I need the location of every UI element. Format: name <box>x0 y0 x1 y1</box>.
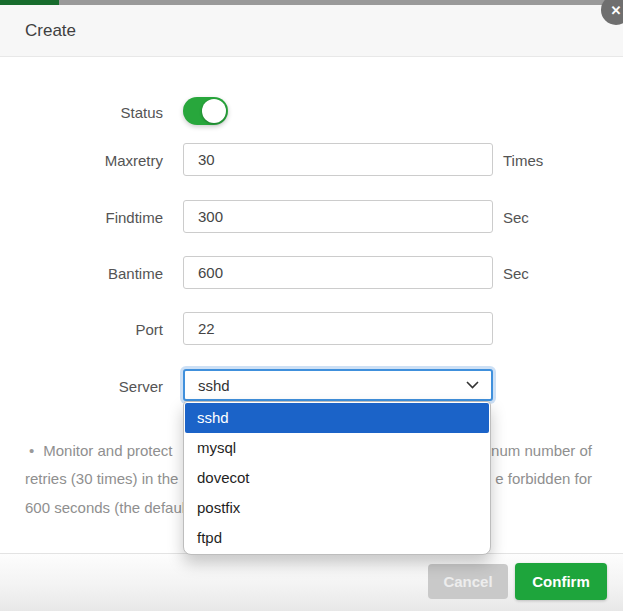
server-label: Server <box>0 377 163 397</box>
toggle-knob-icon <box>202 99 226 123</box>
maxretry-input[interactable] <box>183 143 493 176</box>
dropdown-option-dovecot[interactable]: dovecot <box>185 463 489 493</box>
status-label: Status <box>0 103 163 123</box>
server-dropdown-list: sshd mysql dovecot postfix ftpd <box>183 401 491 555</box>
bullet-icon: • <box>29 441 34 461</box>
dropdown-option-sshd[interactable]: sshd <box>185 403 489 433</box>
bantime-unit: Sec <box>503 264 529 284</box>
findtime-label: Findtime <box>0 208 163 228</box>
maxretry-unit: Times <box>503 151 543 171</box>
findtime-unit: Sec <box>503 208 529 228</box>
server-select[interactable]: sshd <box>183 369 493 401</box>
port-label: Port <box>0 320 163 340</box>
dropdown-option-postfix[interactable]: postfix <box>185 493 489 523</box>
confirm-button[interactable]: Confirm <box>515 563 607 600</box>
dialog-footer: Cancel Confirm <box>0 553 623 611</box>
bantime-input[interactable] <box>183 256 493 289</box>
create-dialog: Create ✕ Status Maxretry Times Findtime … <box>0 0 623 611</box>
server-select-value: sshd <box>198 377 230 394</box>
help-line-1-left: •Monitor and protect <box>29 441 173 461</box>
dropdown-option-mysql[interactable]: mysql <box>185 433 489 463</box>
findtime-input[interactable] <box>183 200 493 233</box>
port-input[interactable] <box>183 312 493 345</box>
help-line-1-right: num number of <box>491 441 592 461</box>
dialog-title: Create <box>25 21 76 41</box>
status-toggle[interactable] <box>183 97 228 125</box>
bantime-label: Bantime <box>0 264 163 284</box>
dialog-header: Create <box>0 5 623 57</box>
help-line-2-right: e forbidden for <box>495 469 592 489</box>
help-line-2-left: retries (30 times) in the <box>25 469 178 489</box>
chevron-down-icon <box>466 381 479 389</box>
help-line-3-left: 600 seconds (the defaul <box>25 498 185 518</box>
cancel-button[interactable]: Cancel <box>428 564 508 599</box>
dropdown-option-ftpd[interactable]: ftpd <box>185 523 489 553</box>
maxretry-label: Maxretry <box>0 151 163 171</box>
